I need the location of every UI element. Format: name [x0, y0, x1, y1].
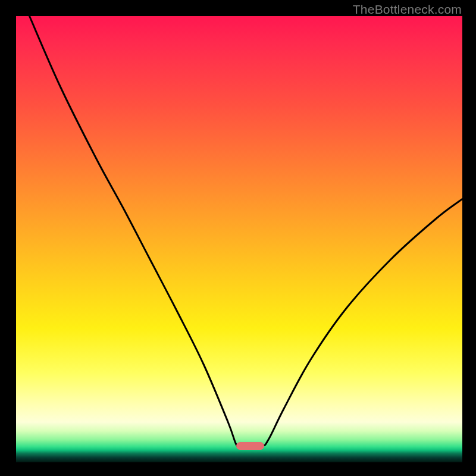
plot-area [16, 16, 462, 462]
chart-frame: TheBottleneck.com [0, 0, 476, 476]
optimum-marker [236, 442, 264, 450]
watermark-text: TheBottleneck.com [353, 2, 462, 17]
bottleneck-curve [16, 16, 462, 462]
curve-path [30, 16, 463, 447]
